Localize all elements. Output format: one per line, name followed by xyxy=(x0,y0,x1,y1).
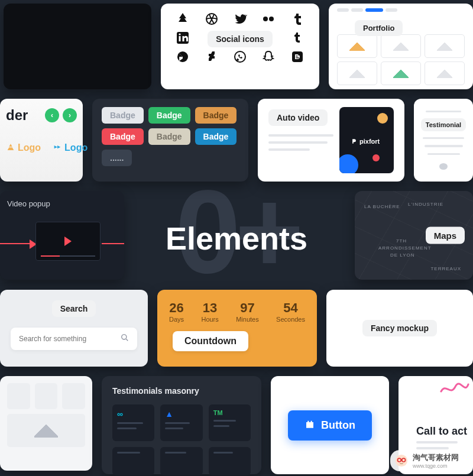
video-thumbnail[interactable]: pixfort xyxy=(339,107,394,173)
testimonial-item[interactable] xyxy=(112,447,154,475)
map-street: L'INDUSTRIE xyxy=(408,202,443,207)
badge[interactable]: Badge xyxy=(102,107,144,124)
button-card[interactable]: Button xyxy=(271,376,389,474)
fancy-mockup-card[interactable]: Fancy mockup xyxy=(326,290,473,367)
slider-card[interactable]: der ‹ › Logo Logo xyxy=(0,99,83,182)
deviantart-icon xyxy=(205,50,219,66)
canvas: 0+ Elements Social icons Portf xyxy=(0,0,473,476)
video-popup-label: Video popup xyxy=(7,199,50,208)
linkedin-icon xyxy=(176,31,190,47)
button-label: Button xyxy=(321,419,355,432)
flickr-icon xyxy=(261,12,276,28)
search-label: Search xyxy=(52,300,96,317)
testimonials-masonry-label: Testimonials masonry xyxy=(112,386,199,396)
countdown-segment: 13Hours xyxy=(201,300,218,323)
grid-item[interactable] xyxy=(35,383,58,409)
page-title: Elements xyxy=(166,220,307,257)
watermark-icon xyxy=(395,454,408,467)
countdown-label: Countdown xyxy=(173,331,248,351)
badge[interactable]: Badge xyxy=(195,128,237,145)
whatsapp-icon xyxy=(233,50,247,66)
slider-title-fragment: der xyxy=(6,107,28,124)
svg-point-1 xyxy=(263,17,268,21)
map-street: LA BUCHÈRE xyxy=(364,204,400,209)
primary-button[interactable]: Button xyxy=(288,410,372,441)
countdown-segment: 97Minutes xyxy=(236,300,259,323)
search-input[interactable] xyxy=(19,335,121,343)
maps-card[interactable]: LA BUCHÈRE L'INDUSTRIE 7TH ARRONDISSEMEN… xyxy=(355,191,473,280)
badge[interactable]: Badge xyxy=(148,128,190,145)
portfolio-card[interactable]: Portfolio xyxy=(329,4,473,89)
portfolio-label: Portfolio xyxy=(355,20,403,36)
maps-label: Maps xyxy=(426,227,465,244)
twitter-icon xyxy=(233,12,247,28)
search-icon xyxy=(121,333,129,344)
grid-card[interactable] xyxy=(0,376,92,471)
auto-video-label: Auto video xyxy=(268,109,328,126)
slider-prev-button[interactable]: ‹ xyxy=(45,108,59,122)
svg-rect-4 xyxy=(179,36,181,41)
badges-card[interactable]: BadgeBadgeBadgeBadgeBadgeBadge...... xyxy=(92,99,248,182)
svg-point-5 xyxy=(179,33,181,35)
dribbble-icon xyxy=(205,12,219,28)
watermark-url: www.tqge.com xyxy=(413,463,459,469)
pixfort-logo: pixfort xyxy=(351,138,380,145)
tumblr-icon xyxy=(290,31,304,47)
portfolio-item[interactable] xyxy=(381,34,421,58)
auto-video-card[interactable]: Auto video pixfort xyxy=(258,99,404,182)
grid-item[interactable] xyxy=(62,383,85,409)
map-street: ARRONDISSEMENT xyxy=(378,245,432,251)
logo-item: Logo xyxy=(53,143,88,153)
search-card[interactable]: Search xyxy=(0,290,148,367)
map-street: 7TH xyxy=(396,238,407,244)
testimonial-card[interactable]: Testimonial xyxy=(414,99,473,182)
search-field[interactable] xyxy=(11,328,137,350)
badge[interactable]: Badge xyxy=(148,107,190,124)
grid-item[interactable] xyxy=(7,383,30,409)
testimonial-item[interactable] xyxy=(209,447,251,475)
countdown-segment: 26Days xyxy=(169,300,184,323)
castle-icon xyxy=(304,419,315,432)
video-thumbnail[interactable] xyxy=(35,222,101,261)
snapchat-icon xyxy=(261,50,276,66)
svg-point-10 xyxy=(122,335,127,339)
testimonials-masonry-card[interactable]: Testimonials masonry ∞ ▲ TM xyxy=(102,376,261,474)
slider-next-button[interactable]: › xyxy=(63,108,77,122)
countdown-card[interactable]: 26Days13Hours97Minutes54Secondes Countdo… xyxy=(157,290,317,367)
tree-icon xyxy=(176,12,190,28)
svg-rect-8 xyxy=(296,56,297,57)
video-popup-card[interactable]: Video popup xyxy=(0,191,124,280)
grid-item[interactable] xyxy=(7,414,85,447)
blank-dark-card xyxy=(4,4,151,89)
countdown-segment: 54Secondes xyxy=(276,300,305,323)
testimonial-item[interactable]: TM xyxy=(209,404,251,441)
fancy-mockup-label: Fancy mockup xyxy=(362,320,437,336)
badge[interactable]: Badge xyxy=(195,107,237,124)
testimonial-label: Testimonial xyxy=(421,118,466,131)
watermark-text: 淘气哥素材网 xyxy=(413,452,459,463)
badge[interactable]: Badge xyxy=(102,128,144,145)
picasa-icon xyxy=(176,50,190,66)
logo-item: Logo xyxy=(6,143,41,153)
watermark: 淘气哥素材网 www.tqge.com xyxy=(390,450,467,471)
testimonial-item[interactable]: ∞ xyxy=(112,404,154,441)
svg-point-6 xyxy=(235,51,245,62)
social-icons-label: Social icons xyxy=(208,31,273,47)
squiggle-decoration xyxy=(440,380,469,397)
social-icons-card[interactable]: Social icons xyxy=(161,4,319,89)
portfolio-item[interactable] xyxy=(425,34,465,58)
testimonial-item[interactable] xyxy=(160,447,202,475)
svg-rect-9 xyxy=(296,57,299,59)
tumblr-t-icon xyxy=(290,12,304,28)
portfolio-item[interactable] xyxy=(425,61,465,85)
portfolio-item[interactable] xyxy=(381,61,421,85)
portfolio-item[interactable] xyxy=(337,34,377,58)
badge[interactable]: ...... xyxy=(102,150,132,166)
map-street: DE LYON xyxy=(390,252,415,258)
svg-point-2 xyxy=(269,17,274,21)
blogger-icon xyxy=(290,50,304,66)
portfolio-item[interactable] xyxy=(337,61,377,85)
call-to-action-label: Call to act xyxy=(416,425,467,438)
map-street: TERREAUX xyxy=(430,266,461,271)
testimonial-item[interactable]: ▲ xyxy=(160,404,202,441)
